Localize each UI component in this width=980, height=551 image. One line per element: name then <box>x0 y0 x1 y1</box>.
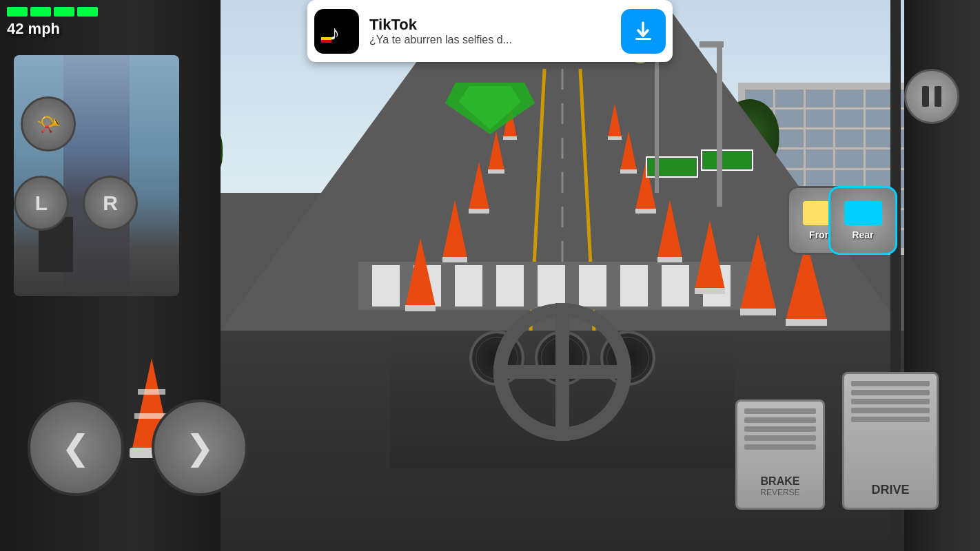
drive-line <box>851 408 930 413</box>
brake-pedal[interactable]: BRAKE REVERSE <box>735 399 825 510</box>
window <box>806 110 834 127</box>
tree-foliage <box>720 99 779 168</box>
brake-line <box>744 435 816 441</box>
ad-banner[interactable]: ♪ TikTok ¿Ya te aburren las selfies d... <box>307 0 673 62</box>
brake-label: BRAKE <box>761 475 800 488</box>
steer-right-icon: ❯ <box>185 428 214 468</box>
brake-sublabel: REVERSE <box>760 488 799 497</box>
svg-rect-56 <box>321 40 331 43</box>
speed-bar-4 <box>77 7 98 17</box>
camera-rear-screen <box>844 201 882 225</box>
drive-line <box>851 399 930 404</box>
window <box>866 170 894 188</box>
turn-right-button[interactable]: R <box>83 176 138 231</box>
drive-line <box>851 417 930 422</box>
speed-bar-3 <box>54 7 74 17</box>
steer-left-icon: ❮ <box>61 428 90 468</box>
brake-line <box>744 408 816 414</box>
brake-lines <box>744 408 816 473</box>
game-viewport: 42 mph 📯 L R ❮ ❯ Front <box>0 0 980 551</box>
brake-line <box>744 444 816 450</box>
ad-download-button[interactable] <box>621 9 666 54</box>
camera-rear-label: Rear <box>852 229 873 240</box>
steer-right-button[interactable]: ❯ <box>152 399 248 496</box>
drive-line <box>851 381 930 386</box>
ad-description: ¿Ya te aburren las selfies d... <box>369 34 611 46</box>
svg-rect-58 <box>635 38 651 40</box>
window <box>866 90 894 107</box>
drive-pedal[interactable]: DRIVE <box>842 372 939 510</box>
turn-left-label: L <box>35 191 48 215</box>
window <box>806 129 834 147</box>
window <box>806 149 834 167</box>
window <box>866 110 894 127</box>
steering-wheel <box>493 303 631 441</box>
ad-app-icon: ♪ <box>314 9 359 54</box>
svg-rect-55 <box>321 43 331 46</box>
window <box>835 110 864 127</box>
window <box>745 210 773 228</box>
window <box>806 90 834 107</box>
window <box>806 170 834 188</box>
brake-line <box>744 417 816 423</box>
ad-app-name: TikTok <box>369 16 611 34</box>
window <box>835 149 864 167</box>
tree-trunk <box>744 161 755 196</box>
tree-right <box>715 99 784 196</box>
horn-button[interactable]: 📯 <box>21 96 76 152</box>
speed-bars <box>7 7 98 17</box>
drive-lines <box>851 381 930 473</box>
window <box>866 129 894 147</box>
window <box>835 170 864 188</box>
steer-left-button[interactable]: ❮ <box>28 399 124 496</box>
drive-line <box>851 390 930 395</box>
pause-button[interactable] <box>904 69 959 124</box>
window <box>866 149 894 167</box>
window <box>745 230 773 248</box>
speed-bar-2 <box>30 7 51 17</box>
turn-right-label: R <box>103 191 118 215</box>
ad-text-area: TikTok ¿Ya te aburren las selfies d... <box>369 16 611 46</box>
pause-icon <box>922 86 941 107</box>
brake-line <box>744 426 816 432</box>
pause-bar-2 <box>935 86 941 107</box>
svg-rect-57 <box>321 37 331 40</box>
speed-bar-1 <box>7 7 28 17</box>
camera-rear-button[interactable]: Rear <box>828 186 897 255</box>
speed-value: 42 mph <box>7 20 98 38</box>
drive-label: DRIVE <box>871 483 909 497</box>
horn-icon: 📯 <box>37 113 61 136</box>
speed-display: 42 mph <box>7 7 98 38</box>
window <box>835 129 864 147</box>
turn-left-button[interactable]: L <box>14 176 69 231</box>
pause-bar-1 <box>922 86 929 107</box>
window <box>835 90 864 107</box>
